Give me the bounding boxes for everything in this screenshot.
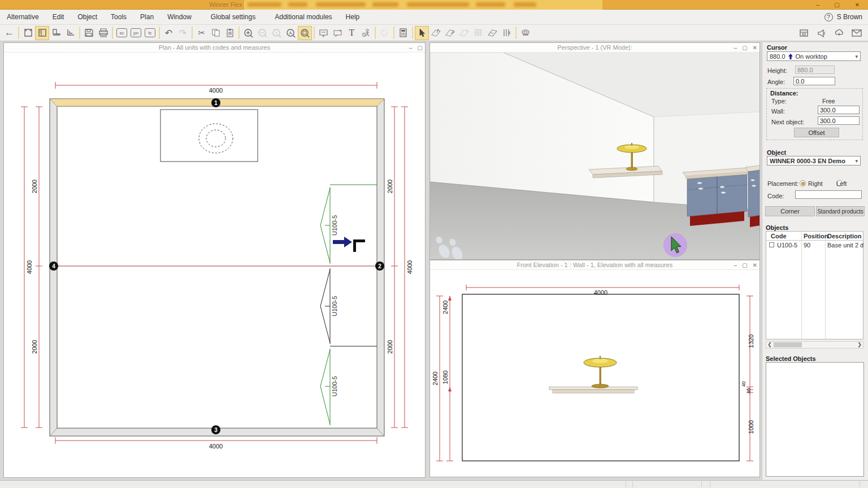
- spacing-tool-icon[interactable]: [500, 26, 514, 40]
- selected-objects-list[interactable]: [766, 362, 864, 477]
- menu-global-settings[interactable]: Global settings: [204, 13, 262, 21]
- menu-edit[interactable]: Edit: [46, 13, 71, 21]
- plan-minimize-icon[interactable]: –: [409, 43, 413, 52]
- help-icon[interactable]: ?: [824, 13, 833, 21]
- zoom-all-icon[interactable]: A: [284, 26, 298, 40]
- scroll-right-icon[interactable]: ❯: [856, 342, 863, 348]
- plan-canvas[interactable]: 4000 4000 4000 2000 2000 2000 2000 4000: [4, 53, 425, 477]
- row-checkbox[interactable]: [769, 242, 774, 247]
- menu-additional-modules[interactable]: Additional modules: [268, 13, 338, 21]
- note-icon[interactable]: [316, 26, 331, 40]
- objects-table-row[interactable]: U100-5 90 Base unit 2 drawe: [766, 241, 863, 250]
- elevation-close-icon[interactable]: ✕: [753, 261, 757, 269]
- window-maximize-button[interactable]: ▢: [830, 1, 844, 9]
- vr-cursor[interactable]: [663, 233, 687, 257]
- megaphone-icon[interactable]: [814, 26, 828, 40]
- row-code: U100-5: [777, 241, 797, 250]
- angle-field[interactable]: [793, 77, 835, 85]
- standard-products-button[interactable]: Standard products: [816, 206, 865, 216]
- zoom-window-icon[interactable]: [298, 26, 312, 40]
- calculator-icon[interactable]: [396, 26, 410, 40]
- undo-icon[interactable]: ↶: [162, 26, 176, 40]
- angle-label: Angle:: [767, 79, 785, 85]
- code-field[interactable]: [795, 190, 862, 199]
- zoom-in-icon[interactable]: [241, 26, 255, 40]
- pointer-tool-icon[interactable]: [415, 26, 429, 40]
- perspective-window-titlebar[interactable]: Perspective - 1 (VR Mode): – ▢ ✕: [430, 43, 760, 53]
- back-arrow-button[interactable]: ←: [2, 26, 16, 40]
- placement-right-radio[interactable]: [800, 180, 806, 186]
- distance-wall-field[interactable]: [818, 106, 860, 114]
- objects-table[interactable]: Code Position Description U100-5 90 Base…: [766, 231, 863, 339]
- menu-tools[interactable]: Tools: [104, 13, 133, 21]
- window-close-button[interactable]: ✕: [850, 1, 865, 9]
- elevation-worktop[interactable]: [549, 387, 637, 393]
- print-icon[interactable]: [96, 26, 110, 40]
- room-3d[interactable]: [430, 53, 760, 259]
- perspective-canvas[interactable]: [430, 53, 760, 259]
- perspective-view-icon[interactable]: [49, 26, 63, 40]
- cloud-icon[interactable]: [832, 26, 846, 40]
- catalog-dropdown[interactable]: WINNER 0000-3 EN Demo ▾: [767, 156, 861, 165]
- redo-icon[interactable]: ↷: [176, 26, 190, 40]
- perspective-maximize-icon[interactable]: ▢: [742, 43, 747, 52]
- next-object-field[interactable]: [818, 116, 860, 125]
- elevation-window-titlebar[interactable]: Front Elevation - 1 : Wall - 1, Elevatio…: [430, 260, 760, 270]
- menu-object[interactable]: Object: [71, 13, 104, 21]
- placement-left-label[interactable]: Left: [836, 180, 847, 187]
- elevation-maximize-icon[interactable]: ▢: [742, 261, 747, 269]
- toolbar: ← sc pn fc ↶ ↷ ✂ 1 A T: [0, 25, 868, 41]
- rotate-icon[interactable]: [377, 26, 392, 40]
- elev-dim-right-upper: 1320: [748, 334, 754, 348]
- cursor-section-title: Cursor: [767, 44, 787, 51]
- paste-icon[interactable]: [223, 26, 237, 40]
- corner-view-icon[interactable]: [63, 26, 77, 40]
- placement-right-label[interactable]: Right: [808, 180, 823, 187]
- cut-icon[interactable]: ✂: [194, 26, 209, 40]
- scroll-left-icon[interactable]: ❮: [766, 342, 773, 348]
- cursor-mode-dropdown[interactable]: 880.0 On worktop ▾: [767, 51, 861, 61]
- scroll-thumb[interactable]: [774, 342, 802, 347]
- perspective-close-icon[interactable]: ✕: [753, 43, 757, 52]
- plan-window-titlebar[interactable]: Plan - All units with codes and measures…: [4, 43, 425, 53]
- chevron-down-icon: ▾: [855, 54, 858, 59]
- copy-icon[interactable]: [209, 26, 223, 40]
- archive-box-icon[interactable]: [797, 26, 811, 40]
- user-name[interactable]: S Brown: [837, 13, 862, 21]
- plan-maximize-icon[interactable]: ▢: [418, 43, 423, 52]
- wall-tool-3-icon[interactable]: [457, 26, 471, 40]
- grid-tool-icon[interactable]: [471, 26, 485, 40]
- mail-icon[interactable]: [849, 26, 863, 40]
- objects-hscrollbar[interactable]: ❮ ❯: [766, 341, 863, 348]
- plan-worktop-lamp[interactable]: [160, 110, 258, 162]
- pn-tool-button[interactable]: pn: [129, 26, 143, 40]
- sc-tool-button[interactable]: sc: [115, 26, 129, 40]
- window-minimize-button[interactable]: –: [810, 1, 825, 9]
- menu-alternative[interactable]: Alternative: [0, 13, 46, 21]
- roof-tool-icon[interactable]: [485, 26, 500, 40]
- corner-button[interactable]: Corner: [765, 206, 815, 216]
- measure-figure-icon[interactable]: [359, 26, 373, 40]
- menu-plan[interactable]: Plan: [133, 13, 160, 21]
- distance-wall-label: Wall:: [771, 108, 785, 115]
- elevation-minimize-icon[interactable]: –: [734, 261, 737, 269]
- menu-help[interactable]: Help: [339, 13, 367, 21]
- offset-button[interactable]: Offset: [794, 128, 839, 137]
- col-position: Position: [804, 232, 828, 241]
- perspective-minimize-icon[interactable]: –: [734, 43, 737, 52]
- fc-tool-button[interactable]: fc: [143, 26, 157, 40]
- zoom-100-icon[interactable]: 1: [270, 26, 284, 40]
- elevation-canvas[interactable]: 4000 2400 2400 1080 1320 40 40 1000: [430, 270, 760, 477]
- properties-sidebar: Cursor 880.0 On worktop ▾ Height: Angle:…: [762, 42, 868, 480]
- comment-icon[interactable]: [331, 26, 345, 40]
- plan-view-icon[interactable]: [21, 26, 35, 40]
- wall-elevation-icon[interactable]: [35, 26, 49, 40]
- menu-window[interactable]: Window: [160, 13, 198, 21]
- zoom-out-icon[interactable]: [255, 26, 270, 40]
- wall-tool-1-icon[interactable]: [429, 26, 443, 40]
- plan-dim-left-upper: 2000: [31, 180, 38, 193]
- save-icon[interactable]: [82, 26, 96, 40]
- wall-tool-2-icon[interactable]: [443, 26, 457, 40]
- text-tool-icon[interactable]: T: [345, 26, 359, 40]
- light-tool-icon[interactable]: [518, 26, 532, 40]
